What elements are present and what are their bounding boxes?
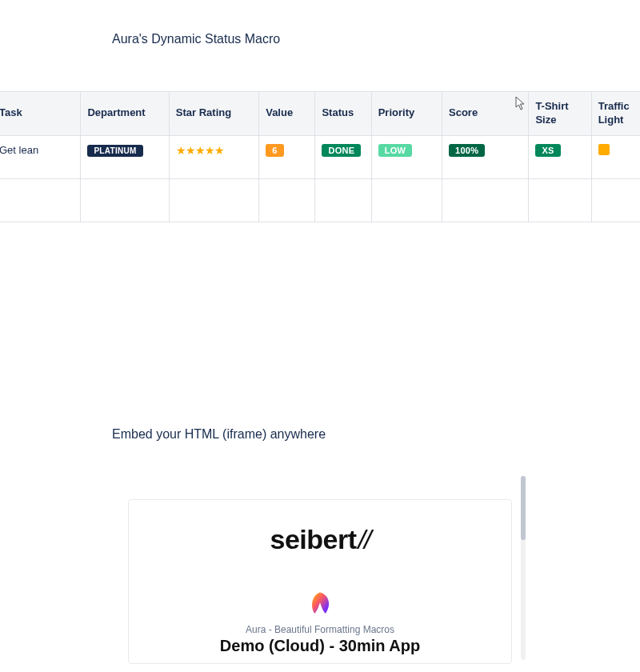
- cell-star-rating: ★★★★★: [169, 135, 258, 178]
- cell-department: PLATINUM: [81, 135, 169, 178]
- cell-priority: [371, 178, 442, 222]
- badge-score: 100%: [449, 144, 485, 157]
- badge-department: PLATINUM: [87, 145, 142, 157]
- cell-star-rating: [169, 178, 258, 222]
- traffic-light-icon: [598, 144, 610, 155]
- col-header-task: Task: [0, 92, 81, 136]
- iframe-preview-card: seibert// Aura - Beautiful Formatting Ma…: [128, 499, 512, 664]
- badge-value: 6: [266, 144, 283, 157]
- cell-value: [259, 178, 315, 222]
- col-header-value: Value: [259, 92, 315, 136]
- cell-tshirt-size: XS: [529, 135, 591, 178]
- col-header-tshirt-size: T-Shirt Size: [529, 92, 591, 136]
- cell-tshirt-size: [529, 178, 591, 222]
- card-subtitle: Aura - Beautiful Formatting Macros: [145, 624, 495, 635]
- col-header-traffic-light: Traffic Light: [591, 92, 640, 136]
- cell-priority: LOW: [371, 135, 442, 178]
- col-header-priority: Priority: [371, 92, 442, 136]
- status-table-container: Task Department Star Rating Value Status…: [0, 91, 640, 222]
- aura-logo-icon: [306, 590, 334, 618]
- badge-status: DONE: [322, 144, 361, 157]
- cell-value: 6: [259, 135, 315, 178]
- col-header-star-rating: Star Rating: [169, 92, 258, 136]
- brand-main: seibert: [270, 524, 357, 554]
- cell-department: [81, 178, 169, 222]
- brand-logo-text: seibert//: [145, 524, 495, 555]
- cell-status: DONE: [315, 135, 371, 178]
- status-table: Task Department Star Rating Value Status…: [0, 91, 640, 222]
- scrollbar-thumb[interactable]: [521, 476, 526, 540]
- cell-task: [0, 178, 81, 222]
- badge-size: XS: [535, 144, 560, 157]
- card-demo-title: Demo (Cloud) - 30min App: [145, 637, 495, 655]
- badge-priority: LOW: [378, 144, 413, 157]
- brand-slash: //: [358, 524, 370, 554]
- table-row: Get lean PLATINUM ★★★★★ 6 DONE LOW 100%: [0, 135, 640, 178]
- cell-task: Get lean: [0, 135, 81, 178]
- table-header-row: Task Department Star Rating Value Status…: [0, 92, 640, 136]
- cell-score: 100%: [442, 135, 529, 178]
- cell-traffic-light: [591, 135, 640, 178]
- col-header-status: Status: [315, 92, 371, 136]
- section-title-embed-html: Embed your HTML (iframe) anywhere: [0, 222, 640, 442]
- cell-score: [442, 178, 529, 222]
- col-header-score: Score: [442, 92, 529, 136]
- table-row: [0, 178, 640, 222]
- col-header-department: Department: [81, 92, 169, 136]
- section-title-status-macro: Aura's Dynamic Status Macro: [0, 0, 640, 46]
- cell-traffic-light: [591, 178, 640, 222]
- scrollbar-track[interactable]: [521, 476, 526, 660]
- cell-status: [315, 178, 371, 222]
- stars-icon: ★★★★★: [176, 144, 224, 157]
